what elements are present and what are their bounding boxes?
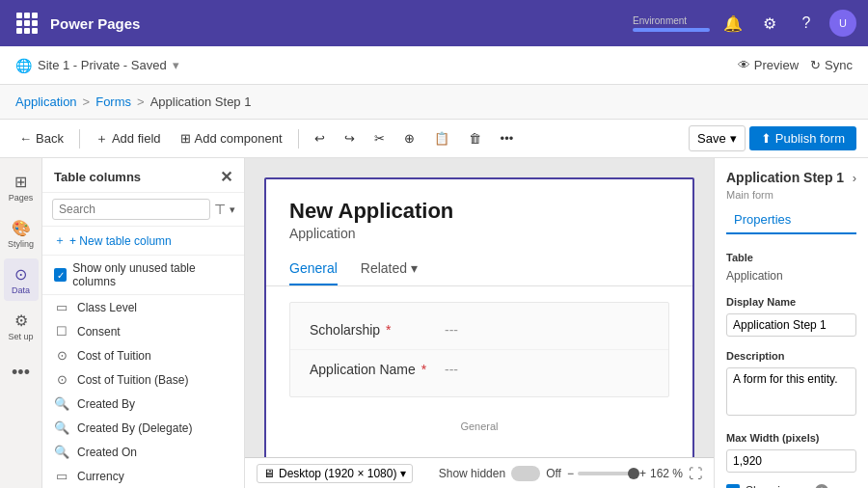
grid-menu-button[interactable] (12, 8, 42, 39)
application-name-value[interactable]: --- (445, 362, 649, 377)
sidebar-item-setup[interactable]: ⚙ Set up (4, 305, 39, 347)
tab-related[interactable]: Related ▾ (361, 253, 418, 285)
list-item[interactable]: 🔍 Created By (42, 392, 244, 416)
right-panel-title-group: Application Step 1 (726, 170, 844, 185)
required-marker: * (386, 322, 391, 338)
save-button[interactable]: Save ▾ (689, 125, 746, 151)
zoom-minus-icon[interactable]: − (567, 467, 574, 480)
sync-icon: ↻ (810, 58, 821, 72)
zoom-plus-icon[interactable]: + (639, 467, 646, 480)
description-textarea[interactable]: A form for this entity. (726, 367, 856, 416)
breadcrumb-sep2: > (137, 95, 145, 109)
zoom-slider[interactable] (578, 472, 636, 475)
add-field-button[interactable]: ＋ Add field (88, 126, 169, 151)
properties-tab-item[interactable]: Properties (726, 208, 799, 234)
breadcrumb-forms[interactable]: Forms (95, 95, 131, 109)
search-input[interactable] (52, 199, 210, 220)
desktop-selector[interactable]: 🖥 Desktop (1920 × 1080) ▾ (257, 464, 413, 483)
fullscreen-icon[interactable]: ⛶ (689, 466, 702, 481)
right-panel-title: Application Step 1 (726, 170, 844, 185)
setup-icon: ⚙ (14, 312, 28, 330)
second-bar: 🌐 Site 1 - Private - Saved ▾ 👁 Preview ↻… (0, 46, 868, 85)
list-item[interactable]: ▭ Class Level (42, 295, 244, 319)
new-col-icon: ＋ (54, 232, 66, 249)
add-component-button[interactable]: ⊞ Add component (173, 127, 290, 149)
checkmark-icon: ✓ (57, 270, 65, 281)
right-panel-subtitle: Main form (715, 189, 868, 208)
copy-button[interactable]: ⊕ (396, 127, 422, 149)
list-item[interactable]: ☐ Consent (42, 319, 244, 343)
show-unused-checkbox[interactable]: ✓ (54, 268, 67, 282)
chevron-down-icon[interactable]: ▾ (173, 58, 179, 72)
zoom-thumb (628, 468, 639, 479)
form-header: New Application Application (266, 179, 692, 241)
toolbar-right: Save ▾ ⬆ Publish form (689, 125, 856, 151)
scholarship-value[interactable]: --- (445, 322, 649, 338)
site-label: Site 1 - Private - Saved (38, 58, 167, 72)
section-label: General (266, 413, 692, 440)
list-item[interactable]: 🔍 Created On (42, 440, 244, 464)
form-tabs: General Related ▾ (266, 253, 692, 286)
col-type-icon: ⊙ (54, 348, 69, 363)
undo-button[interactable]: ↩ (307, 127, 333, 149)
new-table-column-button[interactable]: ＋ + New table column (42, 227, 244, 256)
right-panel-chevron-icon[interactable]: › (853, 171, 856, 185)
table-section-value: Application (715, 267, 868, 290)
sidebar-item-data[interactable]: ⊙ Data (4, 258, 39, 301)
show-image-checkbox[interactable]: ✓ (726, 484, 740, 488)
notification-icon[interactable]: 🔔 (719, 10, 746, 37)
sidebar-item-styling[interactable]: 🎨 Styling (4, 212, 39, 255)
redo-button[interactable]: ↪ (337, 127, 363, 149)
list-item[interactable]: ⊙ Cost of Tuition (42, 343, 244, 367)
more-button[interactable]: ••• (493, 127, 522, 149)
paste-button[interactable]: 📋 (426, 127, 457, 149)
sidebar-item-pages-label: Pages (9, 193, 34, 203)
delete-button[interactable]: 🗑 (461, 127, 489, 149)
tab-general[interactable]: General (289, 253, 338, 285)
env-label: Environment (633, 15, 710, 26)
show-image-info-icon[interactable]: i (815, 484, 828, 488)
avatar[interactable]: U (829, 10, 856, 37)
panel-close-button[interactable]: ✕ (220, 168, 232, 186)
filter-chevron-icon[interactable]: ▾ (230, 203, 235, 216)
sidebar-item-styling-label: Styling (8, 239, 34, 249)
sidebar-item-more[interactable]: ••• (4, 351, 39, 393)
preview-button[interactable]: 👁 Preview (738, 58, 799, 72)
sidebar-item-pages[interactable]: ⊞ Pages (4, 166, 39, 208)
list-item[interactable]: 🔍 Created By (Delegate) (42, 416, 244, 440)
display-name-input[interactable] (726, 313, 856, 337)
save-chevron-icon: ▾ (730, 131, 737, 146)
breadcrumb-current: Application Step 1 (150, 95, 252, 109)
cut-button[interactable]: ✂ (366, 127, 393, 149)
add-component-icon: ⊞ (180, 131, 191, 146)
desktop-chevron-icon: ▾ (400, 467, 406, 480)
max-width-input[interactable] (726, 449, 856, 473)
help-icon[interactable]: ? (793, 10, 820, 37)
display-name-label: Display Name (715, 290, 868, 312)
list-item[interactable]: ▭ Currency (42, 464, 244, 488)
show-hidden-toggle[interactable] (511, 466, 540, 481)
col-type-icon: 🔍 (54, 445, 69, 459)
back-icon: ← (19, 131, 32, 146)
more-dots-icon: ••• (12, 363, 30, 383)
breadcrumb-application[interactable]: Application (15, 95, 77, 109)
col-name: Consent (77, 325, 121, 339)
filter-icon[interactable]: ⊤ (214, 202, 226, 217)
sidebar-item-setup-label: Set up (8, 332, 33, 341)
publish-button[interactable]: ⬆ Publish form (749, 126, 856, 150)
col-name: Currency (77, 470, 124, 483)
back-button[interactable]: ← Back (12, 127, 71, 149)
list-item[interactable]: ⊙ Cost of Tuition (Base) (42, 367, 244, 392)
col-name: Cost of Tuition (Base) (77, 373, 188, 387)
app-title: Power Pages (50, 15, 625, 32)
toolbar: ← Back ＋ Add field ⊞ Add component ↩ ↪ ✂… (0, 120, 868, 158)
right-panel-header: Application Step 1 › (715, 158, 868, 189)
preview-icon: 👁 (738, 58, 750, 72)
sync-button[interactable]: ↻ Sync (810, 58, 853, 72)
settings-icon[interactable]: ⚙ (756, 10, 783, 37)
field-row-scholarship: Scholarship * --- (290, 311, 668, 350)
application-name-label: Application Name * (310, 362, 445, 377)
max-width-label: Max Width (pixels) (715, 426, 868, 447)
top-bar: Power Pages Environment 🔔 ⚙ ? U (0, 0, 868, 46)
show-unused-toggle[interactable]: ✓ Show only unused table columns (42, 256, 244, 295)
